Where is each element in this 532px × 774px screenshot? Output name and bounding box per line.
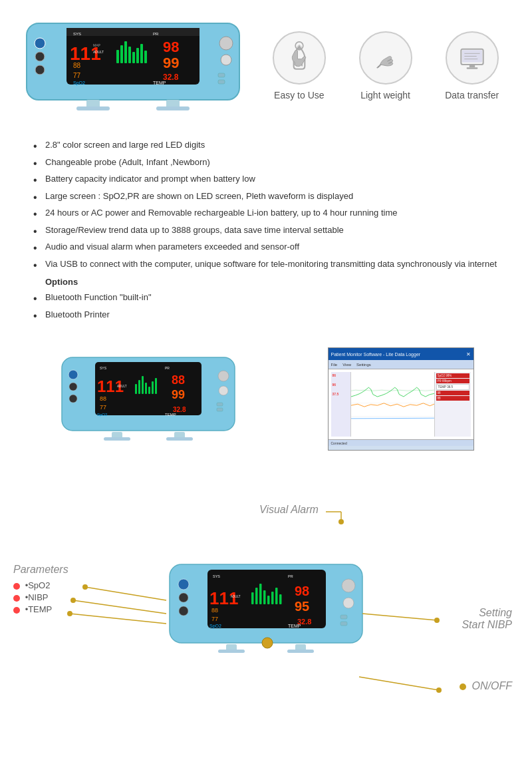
svg-point-25 xyxy=(35,65,45,75)
bullet-7: Audio and visual alarm when parameters e… xyxy=(33,240,499,254)
svg-rect-2 xyxy=(66,28,200,36)
light-weight-label: Light weight xyxy=(360,90,410,100)
svg-point-111 xyxy=(338,519,344,524)
svg-text:PR: PR xyxy=(165,366,170,370)
svg-text:SYS: SYS xyxy=(73,32,81,36)
easy-to-use-label: Easy to Use xyxy=(274,90,324,100)
device-image-top: SYS PR 111 98 99 88 77 ADULT MAP SpO2 TE… xyxy=(20,13,246,118)
svg-rect-28 xyxy=(218,73,225,77)
svg-rect-110 xyxy=(287,650,314,653)
svg-point-23 xyxy=(35,38,45,49)
spo2-label: •SpO2 xyxy=(13,580,50,590)
svg-point-103 xyxy=(343,598,354,608)
svg-text:99: 99 xyxy=(163,55,179,71)
svg-rect-94 xyxy=(279,594,282,604)
svg-text:111: 111 xyxy=(209,588,238,608)
svg-text:SpO2: SpO2 xyxy=(97,413,108,417)
svg-rect-13 xyxy=(128,47,131,63)
svg-point-67 xyxy=(219,386,228,395)
onoff-label: ON/OFF xyxy=(460,680,512,692)
svg-line-117 xyxy=(73,600,166,614)
feature-light-weight: Light weight xyxy=(359,31,412,100)
svg-text:ADULT: ADULT xyxy=(93,50,104,54)
middle-images-section: SYS PR 111 88 99 88 77 ADULT SpO2 TEMP 3… xyxy=(0,334,532,464)
feature-data-transfer: Data transfer xyxy=(445,31,499,100)
svg-rect-32 xyxy=(76,106,110,110)
svg-rect-73 xyxy=(166,437,193,441)
light-weight-icon-circle xyxy=(359,31,412,85)
parameters-label: Parameters xyxy=(13,564,68,576)
svg-rect-17 xyxy=(144,51,147,63)
svg-rect-33 xyxy=(156,106,190,110)
svg-text:95: 95 xyxy=(295,599,309,614)
bullet-1: 2.8" color screen and large red LED digi… xyxy=(33,138,499,152)
svg-text:PR: PR xyxy=(153,32,159,36)
data-transfer-icon-circle xyxy=(446,31,499,85)
svg-rect-10 xyxy=(116,50,119,63)
svg-rect-91 xyxy=(267,596,270,604)
svg-rect-11 xyxy=(120,45,123,63)
svg-point-66 xyxy=(218,371,229,381)
svg-point-101 xyxy=(179,606,188,616)
svg-point-102 xyxy=(342,579,355,592)
svg-text:32.8: 32.8 xyxy=(297,618,311,626)
svg-rect-57 xyxy=(152,381,154,394)
svg-line-77 xyxy=(351,418,434,419)
svg-text:ADULT: ADULT xyxy=(231,595,241,598)
svg-text:ADULT: ADULT xyxy=(117,385,127,388)
svg-rect-52 xyxy=(135,384,137,394)
option-bullets: Bluetooth Function "built-in" Bluetooth … xyxy=(33,291,499,321)
svg-rect-55 xyxy=(145,383,147,394)
spo2-bullet xyxy=(13,583,20,590)
svg-rect-54 xyxy=(142,376,144,394)
svg-text:99: 99 xyxy=(172,388,185,401)
software-screenshot: Patient Monitor Software - Lite Data Log… xyxy=(328,347,474,451)
svg-rect-38 xyxy=(469,65,475,67)
svg-point-99 xyxy=(178,579,189,590)
features-icons: Easy to Use Light weight xyxy=(259,31,512,100)
feature-bullets: 2.8" color screen and large red LED digi… xyxy=(33,138,499,270)
temp-label: •TEMP xyxy=(13,604,52,614)
svg-rect-15 xyxy=(136,48,139,63)
svg-rect-88 xyxy=(255,588,258,604)
bullet-2: Changeable probe (Adult, Infant ,Newborn… xyxy=(33,156,499,169)
svg-line-115 xyxy=(85,587,166,600)
svg-text:SYS: SYS xyxy=(213,574,220,578)
svg-rect-72 xyxy=(104,437,130,441)
options-heading: Options xyxy=(45,277,499,287)
svg-rect-69 xyxy=(217,408,223,411)
top-section: SYS PR 111 98 99 88 77 ADULT MAP SpO2 TE… xyxy=(0,0,532,125)
svg-text:MAP: MAP xyxy=(93,43,101,47)
bullet-5: 24 hours or AC power and Removable recha… xyxy=(33,206,499,220)
svg-rect-14 xyxy=(132,52,135,63)
svg-point-27 xyxy=(221,55,231,65)
diagram-section: Visual Alarm Parameters •SpO2 •NIBP •TEM… xyxy=(0,484,532,730)
svg-point-26 xyxy=(219,37,233,50)
svg-point-63 xyxy=(68,370,78,379)
bullet-6: Storage/Review trend data up to 3888 gro… xyxy=(33,224,499,237)
svg-rect-68 xyxy=(217,403,223,406)
bullet-4: Large screen : SpO2,PR are shown on LED … xyxy=(33,190,499,203)
svg-point-116 xyxy=(70,598,76,603)
svg-text:88: 88 xyxy=(211,607,218,614)
svg-point-65 xyxy=(69,395,77,403)
svg-line-121 xyxy=(362,614,437,620)
svg-rect-16 xyxy=(140,44,143,63)
data-transfer-label: Data transfer xyxy=(445,90,499,100)
svg-point-106 xyxy=(262,638,273,648)
svg-text:88: 88 xyxy=(73,62,81,69)
svg-text:98: 98 xyxy=(163,39,179,55)
visual-alarm-label: Visual Alarm xyxy=(259,504,319,516)
svg-point-24 xyxy=(35,52,45,61)
bullets-section: 2.8" color screen and large red LED digi… xyxy=(0,125,532,334)
svg-point-118 xyxy=(67,611,72,616)
svg-point-114 xyxy=(82,584,88,590)
svg-rect-90 xyxy=(263,590,266,604)
svg-text:32.8: 32.8 xyxy=(163,73,179,82)
svg-text:SpO2: SpO2 xyxy=(209,624,221,629)
device-image-mid: SYS PR 111 88 99 88 77 ADULT SpO2 TEMP 3… xyxy=(59,351,238,447)
svg-text:PR: PR xyxy=(288,574,293,578)
svg-text:88: 88 xyxy=(172,373,185,387)
svg-rect-53 xyxy=(138,380,140,394)
svg-rect-56 xyxy=(148,387,150,394)
